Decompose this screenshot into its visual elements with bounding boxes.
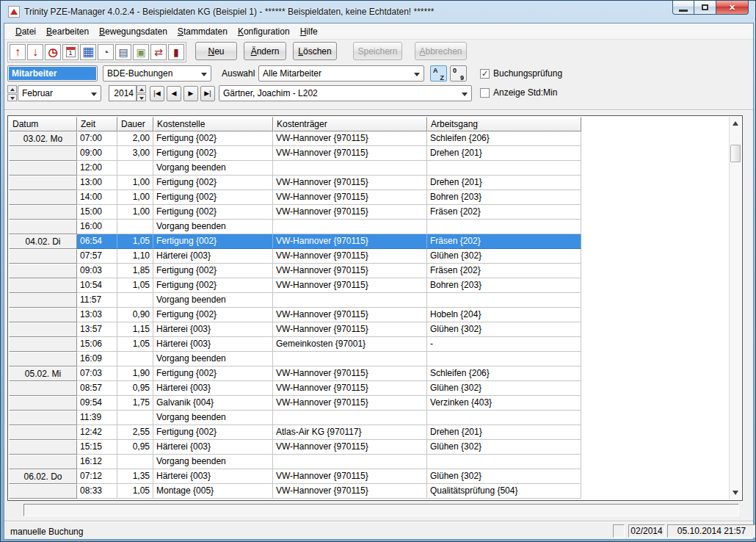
cell-kostentraeger[interactable]: VW-Hannover {970115} [273, 205, 427, 220]
cell-datum[interactable] [9, 381, 77, 396]
cell-arbeitsgang[interactable]: Schleifen {206} [427, 131, 581, 146]
cell-arbeitsgang[interactable]: Glühen {302} [427, 381, 581, 396]
year-spin-up-icon[interactable] [137, 85, 146, 93]
menu-hilfe[interactable]: Hilfe [295, 24, 323, 39]
sort-alpha-button[interactable]: A Z [430, 65, 447, 82]
cell-kostenstelle[interactable]: Härterei {003} [153, 440, 273, 455]
cell-kostenstelle[interactable]: Fertigung {002} [153, 176, 273, 190]
vertical-scrollbar[interactable] [729, 117, 741, 499]
cell-arbeitsgang[interactable]: Hobeln {204} [427, 308, 581, 322]
cell-arbeitsgang[interactable]: Bohren {203} [427, 190, 581, 205]
cell-dauer[interactable] [117, 293, 153, 308]
cell-zeit[interactable]: 11:57 [77, 293, 117, 308]
cell-kostenstelle[interactable]: Vorgang beenden [153, 352, 273, 366]
cell-arbeitsgang[interactable]: Fräsen {202} [427, 234, 581, 249]
month-calendar-button[interactable]: ▦ [80, 44, 96, 60]
cell-datum[interactable]: 04.02. Di [9, 234, 77, 249]
cell-datum[interactable] [9, 440, 77, 455]
cell-datum[interactable]: 03.02. Mo [9, 131, 77, 146]
cell-arbeitsgang[interactable]: Fräsen {202} [427, 264, 581, 278]
cell-arbeitsgang[interactable]: Schleifen {206} [427, 366, 581, 381]
cell-kostentraeger[interactable]: Gemeinkosten {97001} [273, 337, 427, 352]
speichern-button[interactable]: Speichern [353, 42, 402, 60]
cell-dauer[interactable]: 1,90 [117, 366, 153, 381]
cell-kostenstelle[interactable]: Härterei {003} [153, 381, 273, 396]
cell-zeit[interactable]: 10:54 [77, 278, 117, 293]
cell-kostentraeger[interactable] [273, 352, 427, 366]
cell-kostenstelle[interactable]: Vorgang beenden [153, 293, 273, 308]
cell-kostenstelle[interactable]: Fertigung {002} [153, 278, 273, 293]
cell-zeit[interactable]: 16:09 [77, 352, 117, 366]
cell-dauer[interactable]: 1,00 [117, 190, 153, 205]
cell-datum[interactable] [9, 484, 77, 499]
cell-kostentraeger[interactable]: VW-Hannover {970115} [273, 249, 427, 264]
cell-datum[interactable] [9, 455, 77, 469]
restore-button[interactable] [694, 1, 716, 15]
cell-datum[interactable] [9, 249, 77, 264]
last-record-button[interactable]: ▶| [200, 86, 215, 101]
cell-dauer[interactable]: 3,00 [117, 146, 153, 161]
terminal-transfer-button[interactable]: ⇄ [150, 44, 167, 60]
cell-arbeitsgang[interactable] [427, 161, 581, 176]
menu-bearbeiten[interactable]: Bearbeiten [41, 24, 94, 39]
day-calendar-button[interactable]: 1 [62, 44, 79, 60]
cell-dauer[interactable] [117, 220, 153, 234]
cell-dauer[interactable]: 1,05 [117, 337, 153, 352]
cell-kostentraeger[interactable]: VW-Hannover {970115} [273, 131, 427, 146]
cell-arbeitsgang[interactable] [427, 293, 581, 308]
cell-dauer[interactable]: 0,95 [117, 440, 153, 455]
cell-kostenstelle[interactable]: Galvanik {004} [153, 396, 273, 411]
cell-kostentraeger[interactable]: VW-Hannover {970115} [273, 469, 427, 484]
cell-dauer[interactable] [117, 411, 153, 425]
cell-datum[interactable] [9, 278, 77, 293]
cell-datum[interactable] [9, 220, 77, 234]
cell-arbeitsgang[interactable]: Bohren {203} [427, 278, 581, 293]
cell-dauer[interactable]: 1,15 [117, 322, 153, 337]
first-record-button[interactable]: |◀ [150, 86, 164, 101]
cell-dauer[interactable]: 1,05 [117, 234, 153, 249]
cell-zeit[interactable]: 13:57 [77, 322, 117, 337]
employee-card-button[interactable]: ▣ [133, 44, 149, 60]
cell-kostentraeger[interactable]: VW-Hannover {970115} [273, 366, 427, 381]
copy-bookings-button[interactable]: ▤ [115, 44, 131, 60]
cell-arbeitsgang[interactable]: Glühen {302} [427, 440, 581, 455]
aendern-button[interactable]: Ändern [244, 42, 286, 60]
cell-kostentraeger[interactable] [273, 293, 427, 308]
cell-dauer[interactable] [117, 455, 153, 469]
cell-datum[interactable] [9, 411, 77, 425]
view-dropdown[interactable]: BDE-Buchungen [103, 65, 211, 82]
minimize-button[interactable] [672, 1, 694, 15]
cell-kostenstelle[interactable]: Fertigung {002} [153, 308, 273, 322]
cell-zeit[interactable]: 07:57 [77, 249, 117, 264]
cell-zeit[interactable]: 15:15 [77, 440, 117, 455]
cell-kostentraeger[interactable]: VW-Hannover {970115} [273, 381, 427, 396]
cell-dauer[interactable]: 1,05 [117, 484, 153, 499]
next-record-button[interactable]: ▶ [183, 86, 198, 101]
booking-check-checkbox[interactable]: ✓ [480, 69, 490, 79]
cell-kostenstelle[interactable]: Fertigung {002} [153, 425, 273, 440]
time-record-button[interactable]: ◔ [98, 44, 114, 60]
cell-kostentraeger[interactable]: VW-Hannover {970115} [273, 264, 427, 278]
cell-dauer[interactable] [117, 352, 153, 366]
cell-dauer[interactable]: 1,85 [117, 264, 153, 278]
cell-dauer[interactable] [117, 161, 153, 176]
cell-zeit[interactable]: 13:00 [77, 176, 117, 190]
cell-zeit[interactable]: 07:12 [77, 469, 117, 484]
cell-arbeitsgang[interactable] [427, 411, 581, 425]
cell-kostentraeger[interactable]: VW-Hannover {970115} [273, 308, 427, 322]
prev-record-button[interactable]: ◀ [167, 86, 181, 101]
cell-kostentraeger[interactable] [273, 411, 427, 425]
cell-arbeitsgang[interactable]: Drehen {201} [427, 425, 581, 440]
year-field[interactable]: 2014 [109, 85, 137, 101]
cell-kostenstelle[interactable]: Fertigung {002} [153, 190, 273, 205]
cell-datum[interactable]: 05.02. Mi [9, 366, 77, 381]
menu-stammdaten[interactable]: Stammdaten [172, 24, 233, 39]
mode-field[interactable]: Mitarbeiter [7, 65, 98, 82]
exit-door-button[interactable]: ▮ [168, 44, 184, 60]
cell-datum[interactable] [9, 322, 77, 337]
cell-kostentraeger[interactable]: Atlas-Air KG {970117} [273, 425, 427, 440]
cell-arbeitsgang[interactable] [427, 220, 581, 234]
cell-datum[interactable] [9, 176, 77, 190]
loeschen-button[interactable]: Löschen [293, 42, 337, 60]
cell-dauer[interactable]: 1,05 [117, 278, 153, 293]
